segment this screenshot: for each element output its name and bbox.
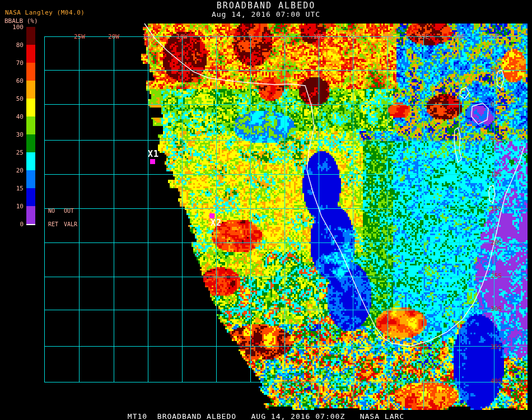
latitude-label: 5S	[491, 137, 498, 144]
colorbar-segment	[26, 63, 35, 81]
colorbar-segment	[26, 206, 35, 224]
satellite-product-viewport: NASA Langley (M04.0) BROADBAND ALBEDO Au…	[0, 0, 532, 420]
latitude-label: 10S	[491, 171, 502, 178]
longitude-label: 0	[239, 33, 262, 40]
colorbar-segment	[26, 152, 35, 170]
colorbar	[26, 27, 35, 225]
no-retrieval-note-word3: RET	[48, 221, 58, 227]
latitude-label: 25S	[491, 272, 502, 279]
colorbar-segment	[26, 99, 35, 116]
colorbar-tick-label: 50	[1, 95, 24, 102]
colorbar-tick-label: 0	[1, 221, 24, 228]
longitude-label: 25W	[68, 33, 91, 40]
longitude-label: 10E	[307, 33, 330, 40]
colorbar-tick-label: 60	[1, 77, 24, 85]
colorbar-segment	[26, 170, 35, 188]
colorbar-segment	[26, 27, 35, 45]
colorbar-tick-label: 10	[1, 203, 24, 210]
colorbar-segment	[26, 134, 35, 152]
no-retrieval-note-word1: NO	[48, 208, 55, 214]
colorbar-segment	[26, 45, 35, 63]
no-retrieval-note-word2: OUT	[64, 208, 74, 214]
longitude-label: 30E	[448, 33, 470, 40]
latitude-label: 15S	[491, 205, 502, 212]
longitude-label: 20W	[102, 33, 125, 40]
colorbar-tick-label: 15	[1, 185, 24, 192]
colorbar-segment	[26, 116, 35, 134]
longitude-label: 15E	[342, 33, 364, 40]
colorbar-tick-label: 80	[1, 41, 24, 49]
no-retrieval-note-word4: VALR	[64, 221, 77, 227]
latitude-label: 5N	[491, 66, 498, 73]
latitude-label: 40S	[491, 377, 502, 385]
station-marker-label-x2: X2	[211, 218, 222, 228]
page-subtitle-datetime: Aug 14, 2016 07:00 UTC	[0, 10, 532, 18]
colorbar-tick-label: 20	[1, 167, 24, 174]
latitude-label: 35S	[491, 343, 502, 351]
longitude-label: 5W	[205, 33, 227, 40]
station-marker-label-x1: X1	[148, 149, 159, 159]
station-marker-dot-x1	[150, 159, 155, 164]
colorbar-segment	[26, 81, 35, 99]
longitude-label: 35E	[483, 33, 505, 40]
longitude-label: 25E	[412, 33, 435, 40]
colorbar-tick-label: 25	[1, 149, 24, 156]
latitude-label: 20S	[491, 239, 502, 246]
longitude-label: 20E	[376, 33, 399, 40]
latitude-label: 30S	[491, 305, 502, 312]
longitude-label: 15W	[137, 33, 159, 40]
colorbar-tick-label: 40	[1, 113, 24, 120]
longitude-label: 5E	[273, 33, 296, 40]
albedo-map-canvas	[0, 0, 532, 420]
page-title: BROADBAND ALBEDO	[0, 1, 532, 11]
colorbar-tick-label: 70	[1, 59, 24, 67]
colorbar-tick-label: 100	[1, 24, 24, 31]
colorbar-segment	[26, 188, 35, 206]
longitude-label: 10W	[171, 33, 193, 40]
status-bar: MT10 BROADBAND ALBEDO AUG 14, 2016 07:00…	[0, 412, 532, 420]
colorbar-tick-label: 30	[1, 131, 24, 138]
latitude-label: 0	[491, 101, 494, 108]
